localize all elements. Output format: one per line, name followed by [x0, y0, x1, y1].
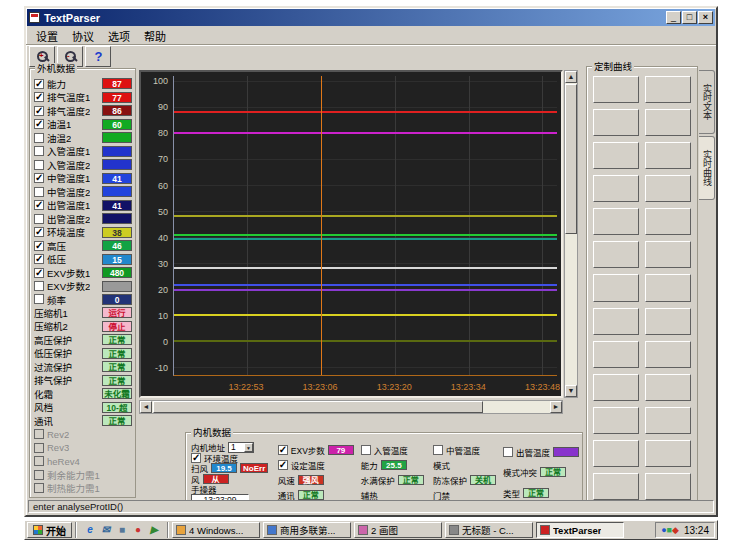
- title-bar[interactable]: TextParser: [27, 9, 715, 26]
- checkbox[interactable]: [34, 268, 44, 278]
- task-button[interactable]: 无标题 - C...: [445, 522, 533, 538]
- value-badge: 87: [102, 78, 132, 89]
- menu-item[interactable]: 协议: [65, 27, 101, 45]
- close-button[interactable]: [698, 11, 713, 24]
- help-button[interactable]: ?: [85, 46, 111, 67]
- checkbox[interactable]: [34, 187, 44, 197]
- curve-slot[interactable]: [645, 142, 691, 169]
- curve-slot[interactable]: [645, 241, 691, 268]
- curve-slot[interactable]: [593, 142, 639, 169]
- checkbox[interactable]: [503, 447, 513, 457]
- player-icon[interactable]: ▶: [147, 523, 161, 537]
- show-desktop-icon[interactable]: ■: [115, 523, 129, 537]
- start-label: 开始: [46, 523, 66, 538]
- outdoor-row: 排气保护正常: [32, 374, 133, 387]
- checkbox[interactable]: [34, 470, 44, 480]
- checkbox[interactable]: [278, 445, 288, 455]
- checkbox[interactable]: [278, 460, 288, 470]
- scroll-down-icon[interactable]: [565, 385, 577, 397]
- curve-slot[interactable]: [645, 76, 691, 103]
- start-button[interactable]: 开始: [27, 522, 72, 538]
- curve-slot[interactable]: [645, 407, 691, 434]
- side-tab[interactable]: 实时曲线: [699, 136, 715, 200]
- curve-slot[interactable]: [593, 374, 639, 401]
- curve-slot[interactable]: [593, 407, 639, 434]
- task-button[interactable]: 商用多联第...: [263, 522, 351, 538]
- field-label: 出管温度: [516, 446, 550, 458]
- checkbox[interactable]: [34, 443, 44, 453]
- minimize-button[interactable]: [666, 11, 681, 24]
- scroll-up-icon[interactable]: [565, 71, 577, 83]
- checkbox[interactable]: [34, 92, 44, 102]
- curve-slot[interactable]: [593, 208, 639, 235]
- menu-item[interactable]: 帮助: [137, 27, 173, 45]
- scroll-left-icon[interactable]: [140, 401, 152, 413]
- curve-slot[interactable]: [645, 208, 691, 235]
- curve-slot[interactable]: [593, 308, 639, 335]
- curve-slot[interactable]: [593, 76, 639, 103]
- checkbox[interactable]: [34, 214, 44, 224]
- curve-slot[interactable]: [593, 109, 639, 136]
- curve-slot[interactable]: [645, 374, 691, 401]
- checkbox[interactable]: [34, 133, 44, 143]
- value-badge: 从: [203, 474, 229, 484]
- menu-item[interactable]: 选项: [101, 27, 137, 45]
- curve-slot[interactable]: [645, 308, 691, 335]
- row-label: 能力: [47, 77, 66, 91]
- curve-slot[interactable]: [645, 109, 691, 136]
- side-tab[interactable]: 实时文本: [699, 70, 715, 134]
- vertical-scroll-thumb[interactable]: [565, 84, 577, 234]
- ie-icon[interactable]: e: [83, 523, 97, 537]
- checkbox[interactable]: [34, 429, 44, 439]
- outdoor-row: 压缩机2停止: [32, 320, 133, 333]
- indoor-column: 中管温度模式防冻保护关机门禁: [433, 442, 496, 503]
- checkbox[interactable]: [34, 254, 44, 264]
- checkbox[interactable]: [34, 456, 44, 466]
- checkbox[interactable]: [191, 453, 201, 463]
- task-button[interactable]: TextParser: [536, 522, 624, 538]
- curve-slot[interactable]: [645, 440, 691, 467]
- checkbox[interactable]: [34, 200, 44, 210]
- chart-horizontal-scrollbar[interactable]: [139, 400, 563, 414]
- curve-slot[interactable]: [593, 274, 639, 301]
- horizontal-scroll-thumb[interactable]: [153, 401, 483, 413]
- curve-slot[interactable]: [593, 175, 639, 202]
- checkbox[interactable]: [34, 483, 44, 493]
- checkbox[interactable]: [433, 445, 443, 455]
- curve-slot[interactable]: [645, 175, 691, 202]
- checkbox[interactable]: [361, 445, 371, 455]
- curve-slot[interactable]: [593, 473, 639, 500]
- curve-slot[interactable]: [645, 274, 691, 301]
- checkbox[interactable]: [34, 160, 44, 170]
- checkbox[interactable]: [34, 281, 44, 291]
- checkbox[interactable]: [34, 146, 44, 156]
- checkbox[interactable]: [34, 119, 44, 129]
- indoor-row: 风速强风: [278, 473, 354, 488]
- checkbox[interactable]: [34, 79, 44, 89]
- scroll-right-icon[interactable]: [550, 401, 562, 413]
- curve-slot[interactable]: [593, 440, 639, 467]
- indoor-row: 防冻保护关机: [433, 473, 496, 488]
- plot-area[interactable]: [173, 76, 557, 376]
- chart-vertical-scrollbar[interactable]: [564, 70, 578, 398]
- curve-slot[interactable]: [593, 341, 639, 368]
- taskbar-clock: 13:24: [682, 525, 709, 536]
- task-button[interactable]: 4 Windows...: [172, 522, 260, 538]
- maximize-button[interactable]: [682, 11, 697, 24]
- curve-slot[interactable]: [645, 341, 691, 368]
- checkbox[interactable]: [34, 106, 44, 116]
- menu-item[interactable]: 设置: [29, 27, 65, 45]
- address-select[interactable]: 1: [228, 442, 254, 453]
- media-icon[interactable]: ●: [131, 523, 145, 537]
- checkbox[interactable]: [34, 294, 44, 304]
- curve-slot[interactable]: [593, 241, 639, 268]
- indoor-column: EXV步数79设定温度风速强风通讯正常: [278, 442, 354, 503]
- mail-icon[interactable]: ✉: [99, 523, 113, 537]
- alert-icon[interactable]: ◆: [672, 525, 679, 535]
- task-button[interactable]: 2 画图: [354, 522, 442, 538]
- row-label: EXV步数2: [47, 279, 90, 293]
- checkbox[interactable]: [34, 227, 44, 237]
- curve-slot[interactable]: [645, 473, 691, 500]
- checkbox[interactable]: [34, 173, 44, 183]
- checkbox[interactable]: [34, 241, 44, 251]
